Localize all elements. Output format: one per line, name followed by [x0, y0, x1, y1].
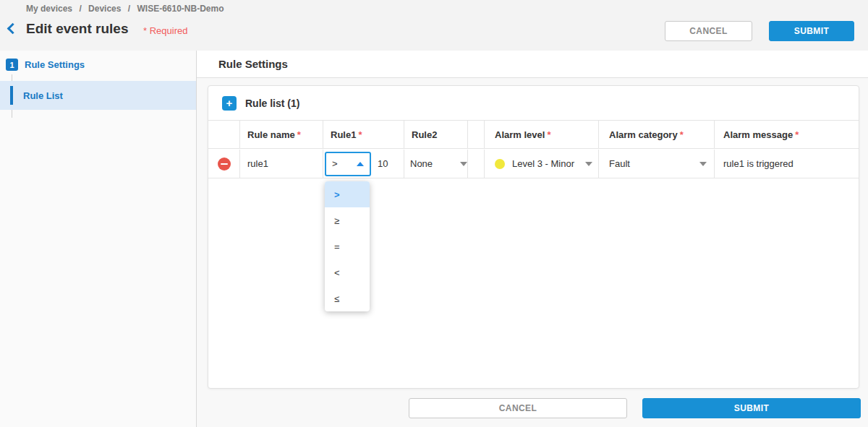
caret-down-icon	[699, 162, 707, 166]
row-cell-delete	[208, 150, 239, 178]
breadcrumb: My devices / Devices / WISE-6610-NB-Demo	[26, 4, 229, 14]
column-label: Rule1	[331, 129, 356, 140]
breadcrumb-devices[interactable]: Devices	[88, 4, 121, 14]
required-asterisk: *	[358, 129, 362, 140]
breadcrumb-my-devices[interactable]: My devices	[26, 4, 72, 14]
rule1-operator-value: >	[332, 158, 338, 169]
row-cell-alarm-category: Fault	[598, 150, 714, 178]
edit-event-rules-page: My devices / Devices / WISE-6610-NB-Demo…	[0, 0, 868, 427]
operator-option-lt[interactable]: <	[325, 259, 370, 285]
row-cell-rule1: > 10	[323, 150, 404, 178]
operator-dropdown-menu: > ≥ = < ≤	[325, 181, 370, 311]
column-label: Alarm level	[495, 129, 545, 140]
sidebar-item-rule-list[interactable]: Rule List	[0, 81, 196, 110]
sidebar-item-label: Rule List	[23, 90, 63, 101]
rule2-operator-select[interactable]: None	[410, 158, 467, 169]
row-cell-rule2-value	[467, 150, 484, 178]
breadcrumb-device-name[interactable]: WISE-6610-NB-Demo	[137, 4, 224, 14]
required-asterisk: *	[795, 129, 799, 140]
rule2-operator-value: None	[410, 158, 433, 169]
column-label: Rule name	[247, 129, 295, 140]
footer-cancel-button[interactable]: CANCEL	[409, 398, 627, 418]
row-cell-rule2: None	[404, 150, 467, 178]
operator-option-lte[interactable]: ≤	[325, 285, 370, 311]
cancel-button[interactable]: CANCEL	[665, 21, 752, 41]
submit-button[interactable]: SUBMIT	[769, 21, 854, 41]
rule-row: rule1 > 10 None	[208, 150, 859, 178]
header-cell-alarm-level: Alarm level *	[484, 121, 598, 148]
row-cell-rule-name[interactable]: rule1	[239, 150, 323, 178]
page-title: Edit event rules	[26, 21, 129, 37]
operator-option-gte[interactable]: ≥	[325, 207, 370, 233]
required-asterisk: *	[547, 129, 550, 140]
column-label: Alarm category	[609, 129, 678, 140]
row-cell-alarm-message[interactable]: rule1 is triggered	[714, 150, 859, 178]
footer-submit-button[interactable]: SUBMIT	[642, 398, 861, 418]
top-bar: My devices / Devices / WISE-6610-NB-Demo…	[0, 0, 868, 51]
header-cell-rule2: Rule2	[404, 121, 467, 148]
rule-name-value: rule1	[247, 158, 268, 169]
caret-down-icon	[460, 162, 467, 166]
step-number-badge: 1	[6, 59, 18, 71]
operator-option-gt[interactable]: >	[325, 181, 370, 207]
section-header: Rule Settings	[197, 51, 868, 78]
header-cell-alarm-category: Alarm category *	[598, 121, 714, 148]
header-cell-rule1: Rule1 *	[323, 121, 404, 148]
level-3-minor-dot-icon	[495, 159, 505, 169]
active-indicator-bar	[10, 86, 13, 105]
rule-list-title: Rule list (1)	[245, 98, 299, 109]
header-cell-rule-name: Rule name *	[239, 121, 323, 148]
column-label: Alarm message	[723, 129, 793, 140]
sidebar: 1 Rule Settings Rule List	[0, 51, 197, 427]
rule-list-card: + Rule list (1) Rule name * Rule1 * Rule…	[208, 85, 859, 389]
required-asterisk: *	[297, 129, 301, 140]
header-cell-alarm-message: Alarm message *	[714, 121, 859, 148]
table-header-row: Rule name * Rule1 * Rule2 Alarm level * …	[208, 120, 859, 149]
alarm-message-value: rule1 is triggered	[723, 158, 793, 169]
rule-list-card-header: + Rule list (1)	[208, 86, 299, 120]
alarm-level-value: Level 3 - Minor	[512, 158, 574, 169]
section-title: Rule Settings	[218, 58, 288, 70]
alarm-category-value: Fault	[609, 158, 630, 169]
breadcrumb-separator: /	[79, 4, 81, 14]
required-note: * Required	[143, 25, 187, 36]
remove-rule-icon[interactable]	[218, 158, 231, 171]
alarm-category-select[interactable]: Fault	[609, 158, 707, 169]
back-icon[interactable]	[7, 23, 19, 35]
main-panel: Rule Settings + Rule list (1) Rule name …	[197, 51, 868, 427]
operator-option-eq[interactable]: =	[325, 233, 370, 259]
add-rule-button[interactable]: +	[222, 96, 237, 111]
step-label: Rule Settings	[25, 59, 85, 70]
sidebar-step-rule-settings[interactable]: 1 Rule Settings	[6, 59, 85, 71]
caret-down-icon	[585, 162, 592, 166]
breadcrumb-separator: /	[128, 4, 130, 14]
column-label: Rule2	[412, 129, 437, 140]
rule1-operator-select[interactable]: >	[325, 152, 371, 176]
header-cell-delete	[208, 121, 239, 148]
rule1-threshold-value[interactable]: 10	[378, 158, 388, 169]
row-cell-alarm-level: Level 3 - Minor	[484, 150, 598, 178]
header-cell-rule2-value	[467, 121, 484, 148]
alarm-level-select[interactable]: Level 3 - Minor	[495, 158, 592, 169]
required-asterisk: *	[680, 129, 684, 140]
caret-up-icon	[357, 162, 364, 166]
